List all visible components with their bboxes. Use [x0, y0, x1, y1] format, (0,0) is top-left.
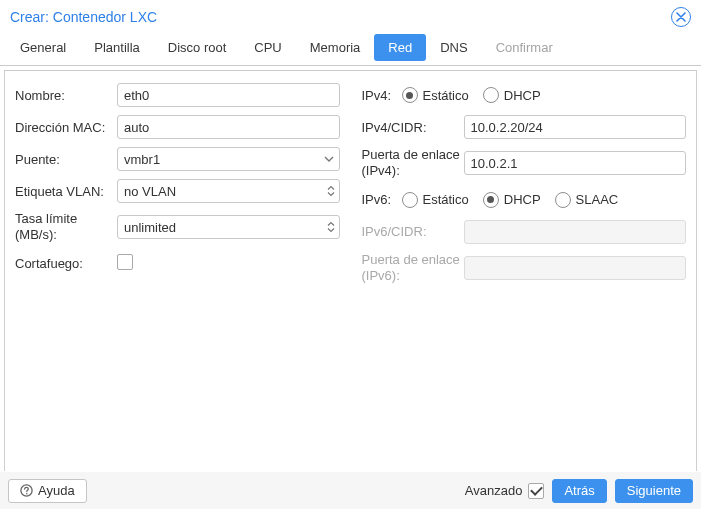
ipv6cidr-input — [464, 220, 687, 244]
dialog-create-lxc: Crear: Contenedor LXC General Plantilla … — [0, 0, 701, 509]
ipv4-dhcp-radio[interactable]: DHCP — [483, 87, 541, 103]
close-button[interactable] — [671, 7, 691, 27]
ipv6cidr-label: IPv6/CIDR: — [362, 224, 464, 239]
ipv4cidr-label: IPv4/CIDR: — [362, 120, 464, 135]
ipv4-static-radio[interactable]: Estático — [402, 87, 469, 103]
tab-dns[interactable]: DNS — [426, 34, 481, 61]
gw6-input — [464, 256, 687, 280]
dialog-footer: Ayuda Avanzado Atrás Siguiente — [0, 471, 701, 509]
help-icon — [20, 484, 33, 497]
ipv4-static-radio-label: Estático — [423, 88, 469, 103]
radio-icon — [402, 192, 418, 208]
next-button-label: Siguiente — [627, 483, 681, 498]
ipv6-slaac-radio-label: SLAAC — [576, 192, 619, 207]
ipv4cidr-input[interactable] — [464, 115, 687, 139]
bridge-combo[interactable] — [117, 147, 340, 171]
tab-disco-root[interactable]: Disco root — [154, 34, 241, 61]
tab-confirmar: Confirmar — [482, 34, 567, 61]
ipv6-static-radio-label: Estático — [423, 192, 469, 207]
title-bar: Crear: Contenedor LXC — [0, 0, 701, 34]
ipv6-label: IPv6: — [362, 192, 402, 207]
back-button-label: Atrás — [564, 483, 594, 498]
checkbox-icon — [117, 254, 133, 270]
rate-label: Tasa límite (MB/s): — [15, 211, 117, 244]
tab-cpu[interactable]: CPU — [240, 34, 295, 61]
firewall-label: Cortafuego: — [15, 256, 117, 271]
radio-icon — [483, 192, 499, 208]
back-button[interactable]: Atrás — [552, 479, 606, 503]
name-label: Nombre: — [15, 88, 117, 103]
gw4-input[interactable] — [464, 151, 687, 175]
rate-spinner[interactable] — [117, 215, 340, 239]
vlan-spinner[interactable] — [117, 179, 340, 203]
tab-memoria[interactable]: Memoria — [296, 34, 375, 61]
vlan-label: Etiqueta VLAN: — [15, 184, 117, 199]
dialog-title: Crear: Contenedor LXC — [10, 9, 671, 25]
close-icon — [676, 12, 686, 22]
next-button[interactable]: Siguiente — [615, 479, 693, 503]
tab-red[interactable]: Red — [374, 34, 426, 61]
ipv4-label: IPv4: — [362, 88, 402, 103]
form-body: Nombre: Dirección MAC: Puente: — [4, 70, 697, 472]
gw6-label: Puerta de enlace (IPv6): — [362, 252, 464, 285]
bridge-label: Puente: — [15, 152, 117, 167]
advanced-label: Avanzado — [465, 483, 523, 498]
svg-point-1 — [26, 493, 28, 495]
ipv6-static-radio[interactable]: Estático — [402, 192, 469, 208]
ipv4-dhcp-radio-label: DHCP — [504, 88, 541, 103]
firewall-checkbox[interactable] — [117, 254, 133, 270]
name-input[interactable] — [117, 83, 340, 107]
tab-plantilla[interactable]: Plantilla — [80, 34, 154, 61]
tab-general[interactable]: General — [6, 34, 80, 61]
radio-icon — [483, 87, 499, 103]
radio-icon — [555, 192, 571, 208]
advanced-toggle[interactable]: Avanzado — [465, 483, 545, 499]
ipv6-slaac-radio[interactable]: SLAAC — [555, 192, 619, 208]
ipv6-dhcp-radio[interactable]: DHCP — [483, 192, 541, 208]
mac-label: Dirección MAC: — [15, 120, 117, 135]
help-button[interactable]: Ayuda — [8, 479, 87, 503]
ipv6-dhcp-radio-label: DHCP — [504, 192, 541, 207]
mac-input[interactable] — [117, 115, 340, 139]
gw4-label: Puerta de enlace (IPv4): — [362, 147, 464, 180]
tab-strip: General Plantilla Disco root CPU Memoria… — [0, 34, 701, 66]
checkbox-icon — [528, 483, 544, 499]
radio-icon — [402, 87, 418, 103]
right-column: IPv4: Estático DHCP IPv4/CIDR: — [362, 83, 687, 459]
help-button-label: Ayuda — [38, 483, 75, 498]
left-column: Nombre: Dirección MAC: Puente: — [15, 83, 340, 459]
